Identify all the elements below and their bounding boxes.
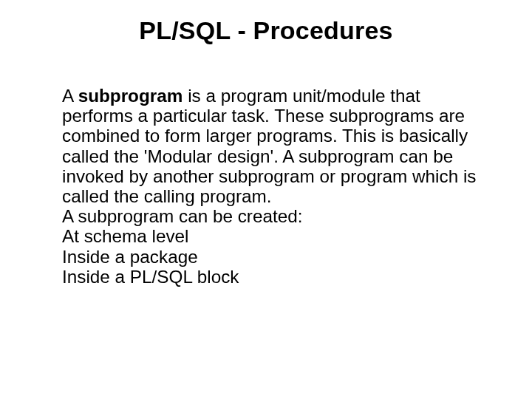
paragraph-1: A subprogram is a program unit/module th… <box>62 86 495 206</box>
line-4: Inside a package <box>62 247 495 267</box>
line-3: At schema level <box>62 226 495 246</box>
para1-bold-term: subprogram <box>78 86 183 106</box>
line-2: A subprogram can be created: <box>62 206 495 226</box>
body-text: A subprogram is a program unit/module th… <box>37 86 495 287</box>
line-5: Inside a PL/SQL block <box>62 267 495 287</box>
para1-prefix: A <box>62 86 78 106</box>
slide-title: PL/SQL - Procedures <box>37 16 495 45</box>
